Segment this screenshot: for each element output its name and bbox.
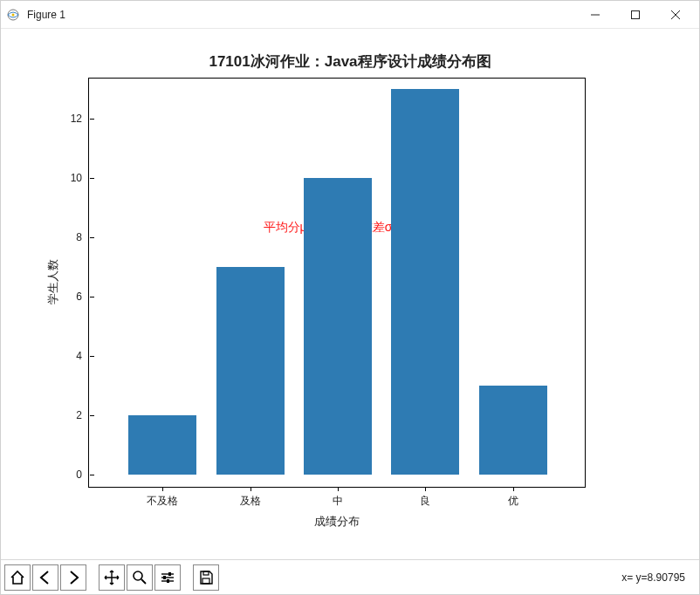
y-axis-label: 学生人数	[45, 259, 61, 304]
svg-rect-13	[167, 579, 169, 583]
save-button[interactable]	[193, 564, 219, 591]
x-tick: 及格	[240, 487, 261, 509]
app-icon	[4, 6, 22, 24]
svg-point-6	[134, 571, 142, 580]
y-tick: 6	[76, 291, 89, 303]
pan-button[interactable]	[99, 564, 125, 591]
bar	[304, 178, 372, 475]
bar	[216, 267, 285, 475]
y-tick: 0	[76, 468, 89, 481]
y-tick: 4	[76, 350, 89, 362]
close-button[interactable]	[655, 2, 696, 28]
chart-title: 17101冰河作业：Java程序设计成绩分布图	[1, 51, 699, 72]
zoom-button[interactable]	[127, 564, 153, 591]
home-button[interactable]	[4, 564, 31, 591]
cursor-coords: x= y=8.90795	[621, 571, 685, 584]
svg-line-7	[141, 579, 146, 584]
x-axis-label: 成绩分布	[88, 514, 586, 530]
window-title: Figure 1	[27, 9, 575, 21]
back-button[interactable]	[32, 564, 58, 591]
x-tick: 优	[508, 487, 518, 509]
bar	[128, 415, 196, 475]
x-tick: 不及格	[147, 487, 178, 509]
svg-point-1	[12, 13, 15, 16]
figure-canvas[interactable]: 17101冰河作业：Java程序设计成绩分布图 学生人数 平均分μ=77.46,…	[1, 29, 699, 559]
svg-rect-14	[203, 571, 209, 575]
svg-rect-11	[163, 576, 166, 579]
y-tick: 10	[71, 172, 89, 184]
forward-button[interactable]	[60, 564, 86, 591]
nav-toolbar: x= y=8.90795	[1, 559, 699, 594]
svg-rect-15	[202, 578, 209, 584]
svg-rect-9	[168, 572, 171, 576]
axes: 平均分μ=77.46,标准差σ=9.635 024681012不及格及格中良优	[88, 78, 586, 488]
svg-rect-3	[632, 10, 640, 18]
minimize-button[interactable]	[575, 2, 615, 28]
window-controls	[575, 2, 696, 28]
window-titlebar: Figure 1	[1, 1, 699, 29]
configure-button[interactable]	[154, 564, 181, 591]
y-tick: 12	[71, 113, 89, 125]
maximize-button[interactable]	[615, 2, 655, 28]
y-tick: 2	[76, 409, 89, 421]
bar	[391, 89, 459, 475]
y-tick: 8	[76, 231, 89, 243]
bar	[479, 386, 547, 475]
x-tick: 中	[333, 487, 343, 509]
x-tick: 良	[420, 487, 430, 509]
